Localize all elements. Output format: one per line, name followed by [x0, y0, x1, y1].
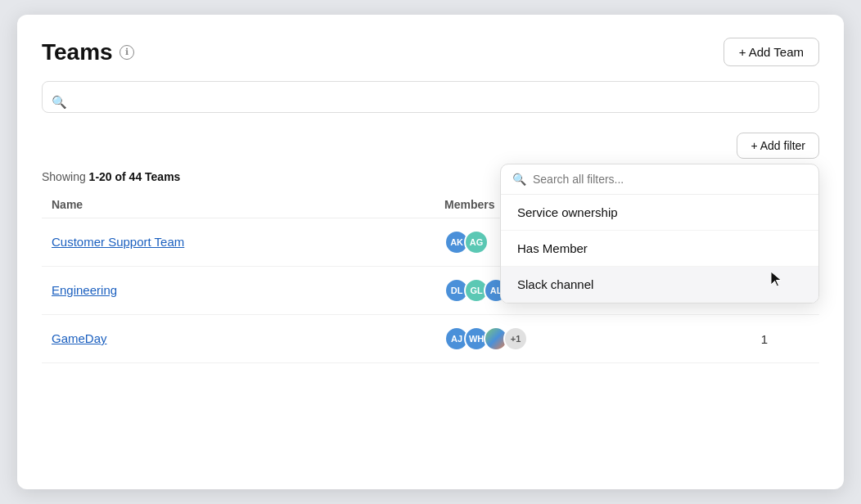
main-card: Teams ℹ + Add Team 🔍 + Add filter 🔍 Serv… [17, 15, 844, 489]
avatar-plus: +1 [503, 326, 528, 351]
team-link-customer-support[interactable]: Customer Support Team [52, 235, 184, 249]
add-filter-button[interactable]: + Add filter [737, 133, 819, 159]
search-input[interactable] [42, 81, 819, 113]
search-wrapper: 🔍 [42, 81, 819, 123]
filter-search-row: 🔍 [501, 164, 818, 195]
filter-row: + Add filter 🔍 Service ownership Has Mem… [42, 133, 819, 159]
showing-range: 1-20 of 44 Teams [89, 170, 181, 183]
count-cell: 1 [751, 315, 819, 363]
filter-search-icon: 🔍 [512, 173, 526, 186]
avatar: AG [464, 230, 489, 254]
filter-search-input[interactable] [533, 173, 807, 186]
filter-option-service-ownership[interactable]: Service ownership [501, 195, 818, 231]
filter-option-slack-channel[interactable]: Slack channel [501, 267, 818, 303]
filter-option-has-member[interactable]: Has Member [501, 231, 818, 267]
team-link-engineering[interactable]: Engineering [52, 283, 117, 297]
page-title: Teams [42, 39, 113, 65]
members-cell: AJ WH +1 [444, 326, 742, 351]
title-group: Teams ℹ [42, 39, 134, 65]
table-row: GameDay AJ WH +1 1 [42, 315, 819, 363]
add-team-button[interactable]: + Add Team [724, 38, 819, 66]
team-link-gameday[interactable]: GameDay [52, 331, 107, 345]
info-icon[interactable]: ℹ [119, 45, 134, 60]
filter-dropdown: 🔍 Service ownership Has Member Slack cha… [500, 164, 819, 304]
header-row: Teams ℹ + Add Team [42, 38, 819, 66]
col-name: Name [42, 191, 435, 218]
